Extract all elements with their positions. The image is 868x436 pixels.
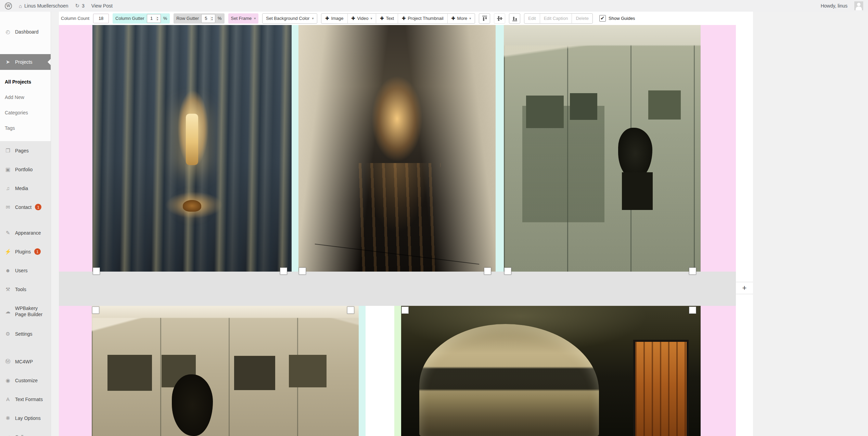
updates-count: 3 [82, 3, 85, 9]
submenu-item-categories[interactable]: Categories [0, 105, 51, 120]
view-post-link[interactable]: View Post [91, 3, 113, 9]
wrench-icon: ⚒ [4, 286, 12, 292]
howdy-text[interactable]: Howdy, linus [821, 3, 847, 9]
canvas-image-mirror-room-2[interactable] [92, 306, 359, 436]
resize-handle[interactable] [689, 307, 696, 314]
margin-guide-pink [701, 25, 736, 272]
submenu-item-all-projects[interactable]: All Projects [0, 74, 51, 89]
site-name-link[interactable]: ⌂ Linus Muellerschoen [19, 3, 68, 9]
submenu-item-tags[interactable]: Tags [0, 120, 51, 136]
add-text-button[interactable]: ✚ Text [376, 14, 398, 23]
sidebar-item-mc4wp[interactable]: Ⓜ MC4WP [0, 352, 51, 371]
eye-icon: ◉ [4, 377, 12, 384]
resize-handle[interactable] [401, 307, 409, 314]
submenu-item-add-new[interactable]: Add New [0, 89, 51, 105]
add-more-button[interactable]: ✚ More ▾ [447, 14, 475, 23]
updates-link[interactable]: ↻ 3 [75, 3, 84, 9]
margin-guide-pink [59, 25, 92, 272]
edit-button[interactable]: Edit [524, 14, 539, 23]
row-gutter-stepper[interactable]: ▲ ▼ [210, 16, 215, 21]
dashboard-icon: ◴ [4, 29, 12, 35]
column-gutter-guide-cyan [292, 25, 298, 272]
sidebar-item-dashboard[interactable]: ◴ Dashboard [0, 24, 51, 40]
delete-button[interactable]: Delete [572, 14, 592, 23]
resize-handle[interactable] [504, 267, 511, 275]
add-row-button[interactable]: + [736, 282, 753, 294]
add-image-button[interactable]: ✚ Image [321, 14, 347, 23]
align-middle-icon [496, 15, 503, 22]
sidebar-item-portfolio[interactable]: ▣ Portfolio [0, 160, 51, 179]
brush-icon: ✎ [4, 230, 12, 236]
canvas-row-1 [59, 25, 736, 272]
sidebar-item-users[interactable]: ☻ Users [0, 261, 51, 280]
collapse-menu-button[interactable]: ◄ Collapse menu [0, 427, 51, 436]
mc4wp-icon: Ⓜ [4, 358, 12, 365]
collapse-arrow-icon: ◄ [4, 434, 12, 436]
canvas-image-curtain-hallway[interactable] [298, 25, 496, 272]
add-video-button[interactable]: ✚ Video ▾ [347, 14, 376, 23]
align-top-button[interactable] [479, 13, 490, 24]
show-guides-checkbox[interactable] [599, 15, 606, 22]
plus-icon: ✚ [451, 16, 455, 21]
resize-handle[interactable] [347, 307, 354, 314]
canvas-image-bus-sauna[interactable] [401, 306, 701, 436]
margin-guide-pink [701, 306, 736, 436]
resize-handle[interactable] [92, 307, 99, 314]
row-gutter-input[interactable] [202, 16, 210, 21]
selection-actions-group: Edit Edit Caption Delete [524, 13, 593, 24]
resize-handle[interactable] [299, 267, 306, 275]
column-gutter-guide-green [394, 306, 401, 436]
margin-guide-pink [59, 306, 92, 436]
avatar[interactable] [854, 1, 863, 10]
sidebar-item-pages[interactable]: ❐ Pages [0, 141, 51, 160]
sidebar-item-lay-options[interactable]: ❋ Lay Options [0, 409, 51, 427]
sidebar-item-tools[interactable]: ⚒ Tools [0, 280, 51, 299]
set-background-color-button[interactable]: Set Background Color ▾ [262, 13, 317, 24]
resize-handle[interactable] [93, 267, 100, 275]
align-bottom-button[interactable] [509, 13, 520, 24]
column-count-input[interactable] [93, 14, 109, 23]
plus-icon: ✚ [352, 16, 355, 21]
sidebar-item-settings[interactable]: ⚙ Settings [0, 324, 51, 343]
resize-handle[interactable] [689, 267, 696, 275]
sidebar-item-appearance[interactable]: ✎ Appearance [0, 223, 51, 242]
cloud-icon: ☁ [4, 309, 12, 315]
canvas-image-chandelier[interactable] [92, 25, 292, 272]
column-gutter-guide-cyan [496, 25, 504, 272]
resize-handle[interactable] [280, 267, 287, 275]
canvas-row-2 [59, 306, 736, 436]
sidebar-item-customize[interactable]: ◉ Customize [0, 371, 51, 390]
admin-bar: W ⌂ Linus Muellerschoen ↻ 3 View Post Ho… [0, 0, 868, 12]
sidebar-item-text-formats[interactable]: A Text Formats [0, 390, 51, 409]
spinner-up-icon: ▲ [211, 16, 215, 18]
portfolio-icon: ▣ [4, 166, 12, 173]
plus-icon: ✚ [380, 16, 384, 21]
spinner-down-icon: ▼ [156, 18, 161, 21]
sidebar-item-media[interactable]: ♫ Media [0, 179, 51, 198]
spinner-up-icon: ▲ [156, 16, 161, 18]
column-gutter-stepper[interactable]: ▲ ▼ [156, 16, 161, 21]
wordpress-logo-icon[interactable]: W [5, 2, 12, 10]
sidebar-item-projects[interactable]: ➤ Projects [0, 54, 51, 70]
column-gutter-guide-cyan [359, 306, 366, 436]
user-icon: ☻ [4, 267, 12, 273]
edit-caption-button[interactable]: Edit Caption [540, 14, 572, 23]
canvas-image-mirror-room[interactable] [504, 25, 701, 272]
align-middle-button[interactable] [494, 13, 505, 24]
sidebar-item-wpbakery[interactable]: ☁ WPBakery Page Builder [0, 299, 51, 324]
settings-icon: ⚙ [4, 331, 12, 337]
percent-sign: % [163, 16, 167, 21]
column-gutter-input[interactable] [147, 16, 156, 21]
chevron-down-icon: ▾ [370, 16, 372, 20]
chevron-down-icon: ▾ [312, 16, 314, 20]
sidebar-item-plugins[interactable]: ⚡ Plugins 1 [0, 242, 51, 261]
resize-handle[interactable] [484, 267, 491, 275]
set-frame-button[interactable]: Set Frame ▾ [228, 13, 259, 24]
align-top-icon [481, 15, 488, 22]
admin-sidebar: ◴ Dashboard ➤ Projects All Projects Add … [0, 12, 51, 436]
add-project-thumbnail-button[interactable]: ✚ Project Thumbnail [398, 14, 447, 23]
sidebar-item-contact[interactable]: ✉ Contact 1 [0, 198, 51, 216]
site-name: Linus Muellerschoen [24, 3, 68, 9]
show-guides-label: Show Guides [609, 16, 635, 21]
contact-badge: 1 [35, 204, 41, 210]
